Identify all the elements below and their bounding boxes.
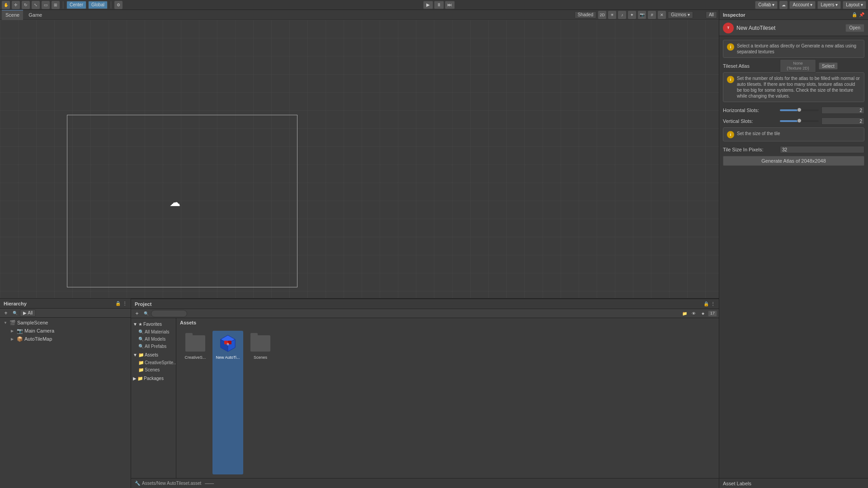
- asset-labels-label: Asset Labels: [723, 481, 751, 486]
- info-text-3: Set the size of the tile: [737, 131, 780, 136]
- vertical-slots-thumb[interactable]: [797, 118, 802, 123]
- search-icon-models: 🔍: [138, 337, 144, 342]
- hierarchy-menu-icon[interactable]: ⋮: [123, 301, 127, 306]
- inspector-body: i Select a texture atlas directly or Gen…: [719, 36, 868, 478]
- layers-button[interactable]: Layers ▾: [817, 1, 841, 9]
- asset-autotileset[interactable]: {} New AutoTi...: [212, 331, 243, 474]
- vertical-slots-label: Vertical Slots:: [723, 118, 777, 124]
- proj-item-creativesprite[interactable]: 📁 CreativeSprite...: [131, 359, 176, 366]
- project-lock-icon[interactable]: 🔒: [703, 301, 709, 306]
- project-folder-icon[interactable]: 📁: [681, 310, 689, 318]
- play-button[interactable]: ▶: [423, 1, 433, 9]
- select-button[interactable]: Select: [819, 62, 838, 70]
- tab-game[interactable]: Game: [25, 10, 46, 20]
- move-tool[interactable]: ✛: [12, 1, 20, 9]
- scene-area: Scene Game Shaded 2D ☀ ♪ ✦ 📷 # ✕ Gizmos …: [0, 10, 719, 298]
- hierarchy-all-dropdown[interactable]: ▶ All: [20, 310, 36, 317]
- assets-header: Assets: [176, 318, 719, 327]
- project-menu-icon[interactable]: ⋮: [711, 301, 715, 306]
- project-star-icon[interactable]: ★: [699, 310, 707, 318]
- label-all-materials: All Materials: [145, 329, 169, 334]
- scenes-folder-icon: 📁: [138, 367, 144, 372]
- texture-atlas-area[interactable]: None(Texture 2D): [780, 59, 816, 73]
- tile-size-row: Tile Size In Pixels: 32: [723, 145, 864, 154]
- assets-grid: CreativeS...: [176, 327, 719, 478]
- scene-camera-icon[interactable]: 📷: [638, 11, 646, 19]
- proj-item-all-models[interactable]: 🔍 All Models: [131, 335, 176, 343]
- center-button[interactable]: Center: [66, 1, 86, 9]
- project-add-icon[interactable]: +: [133, 310, 141, 318]
- info-text-2: Set the number of slots for the atlas to…: [737, 75, 860, 99]
- shading-dropdown[interactable]: Shaded: [575, 11, 596, 19]
- hierarchy-lock-icon[interactable]: 🔒: [115, 301, 121, 306]
- project-size-btn[interactable]: 17: [708, 310, 717, 317]
- hierarchy-search-icon[interactable]: 🔍: [11, 309, 19, 317]
- tree-arrow-samplescene: ▼: [4, 321, 8, 325]
- status-path: Assets/New AutoTileset.asset: [142, 481, 201, 486]
- project-search-input[interactable]: [151, 310, 187, 317]
- info-box-3: i Set the size of the tile: [723, 127, 864, 141]
- separator2: [111, 1, 111, 9]
- custom-tool[interactable]: ⊞: [52, 1, 60, 9]
- scene-view-toolbar: Scene Game Shaded 2D ☀ ♪ ✦ 📷 # ✕ Gizmos …: [0, 10, 719, 20]
- fx-icon[interactable]: ✦: [628, 11, 636, 19]
- tab-scene[interactable]: Scene: [2, 10, 23, 20]
- step-button[interactable]: ⏭: [445, 1, 455, 9]
- tree-item-maincamera[interactable]: ▶ 📷 Main Camera: [0, 327, 131, 335]
- creativesprites-folder: [185, 335, 205, 352]
- horizontal-slots-slider[interactable]: [780, 109, 819, 111]
- proj-item-all-prefabs[interactable]: 🔍 All Prefabs: [131, 343, 176, 350]
- all-dropdown[interactable]: All: [706, 11, 717, 19]
- open-button[interactable]: Open: [845, 24, 864, 32]
- rect-tool[interactable]: ▭: [42, 1, 50, 9]
- top-toolbar: ✋ ✛ ↻ ⤡ ▭ ⊞ Center Global ⚙ ▶ ⏸ ⏭ Collab…: [0, 0, 868, 10]
- creativesprites-label: CreativeS...: [184, 355, 206, 360]
- hierarchy-add-icon[interactable]: +: [2, 309, 10, 317]
- left-area: Scene Game Shaded 2D ☀ ♪ ✦ 📷 # ✕ Gizmos …: [0, 10, 719, 488]
- project-header: Project 🔒 ⋮: [131, 299, 719, 309]
- project-search-icon[interactable]: 🔍: [142, 310, 150, 318]
- horizontal-slots-row: Horizontal Slots: 2: [723, 106, 864, 115]
- project-eye-icon[interactable]: 👁: [690, 310, 698, 318]
- gizmos-dropdown[interactable]: Gizmos ▾: [668, 11, 693, 19]
- scale-tool[interactable]: ⤡: [32, 1, 40, 9]
- global-button[interactable]: Global: [88, 1, 108, 9]
- tree-item-samplescene[interactable]: ▼ 🎬 SampleScene: [0, 319, 131, 327]
- horizontal-slots-value[interactable]: 2: [821, 107, 865, 114]
- close-scene-icon[interactable]: ✕: [658, 11, 666, 19]
- lighting-icon[interactable]: ☀: [608, 11, 616, 19]
- hierarchy-panel: Hierarchy 🔒 ⋮ + 🔍 ▶ All ▼ 🎬 SampleScene: [0, 299, 131, 488]
- bottom-panels: Hierarchy 🔒 ⋮ + 🔍 ▶ All ▼ 🎬 SampleScene: [0, 298, 719, 488]
- grid-icon[interactable]: #: [648, 11, 656, 19]
- tree-item-autotilemap[interactable]: ▶ 📦 AutoTileMap: [0, 335, 131, 343]
- misc-tool[interactable]: ⚙: [114, 1, 123, 9]
- status-icon: 🔧: [135, 481, 140, 486]
- rotate-tool[interactable]: ↻: [22, 1, 30, 9]
- tile-size-value[interactable]: 32: [780, 146, 864, 153]
- asset-creativesprites[interactable]: CreativeS...: [180, 331, 211, 474]
- horizontal-slots-thumb[interactable]: [797, 108, 802, 112]
- pause-button[interactable]: ⏸: [434, 1, 444, 9]
- collab-button[interactable]: Collab ▾: [755, 1, 778, 9]
- proj-item-scenes[interactable]: 📁 Scenes: [131, 366, 176, 373]
- account-button[interactable]: Account ▾: [789, 1, 816, 9]
- favorites-header[interactable]: ▼ ★ Favorites: [131, 320, 176, 328]
- assets-section-header[interactable]: ▼ 📁 Assets: [131, 351, 176, 359]
- packages-header[interactable]: ▶ 📁 Packages: [131, 374, 176, 382]
- asset-scenes[interactable]: Scenes: [245, 331, 276, 474]
- generate-atlas-button[interactable]: Generate Atlas of 2048x2048: [723, 156, 864, 166]
- hierarchy-toolbar: + 🔍 ▶ All: [0, 309, 131, 318]
- inspector-lock-icon[interactable]: 🔒: [852, 12, 857, 17]
- audio-icon[interactable]: ♪: [618, 11, 626, 19]
- hand-tool[interactable]: ✋: [2, 1, 10, 9]
- proj-item-all-materials[interactable]: 🔍 All Materials: [131, 328, 176, 335]
- layout-button[interactable]: Layout ▾: [843, 1, 866, 9]
- inspector-pin-icon[interactable]: 📌: [859, 12, 864, 17]
- cloud-icon: ☁: [170, 196, 180, 209]
- vertical-slots-slider[interactable]: [780, 120, 819, 122]
- vertical-slots-value[interactable]: 2: [821, 117, 865, 125]
- 2d-button[interactable]: 2D: [598, 11, 606, 19]
- cloud-upload-icon[interactable]: ☁: [779, 1, 788, 9]
- vertical-slots-row: Vertical Slots: 2: [723, 117, 864, 126]
- inspector-title: Inspector: [723, 12, 745, 18]
